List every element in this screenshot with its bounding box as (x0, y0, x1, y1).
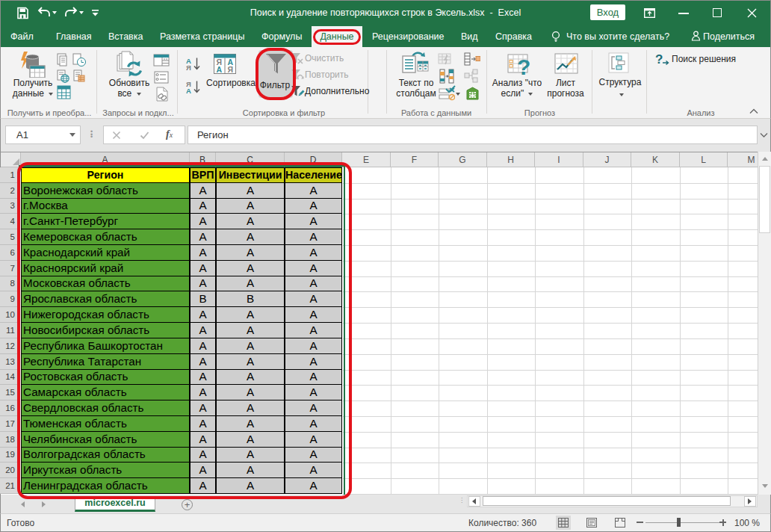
svg-text:?: ? (517, 55, 530, 76)
svg-text:А: А (217, 65, 223, 74)
svg-text:А: А (186, 87, 191, 94)
svg-text:Я: Я (186, 64, 191, 71)
svg-text:?: ? (655, 53, 663, 66)
svg-text:Я: Я (228, 65, 234, 74)
